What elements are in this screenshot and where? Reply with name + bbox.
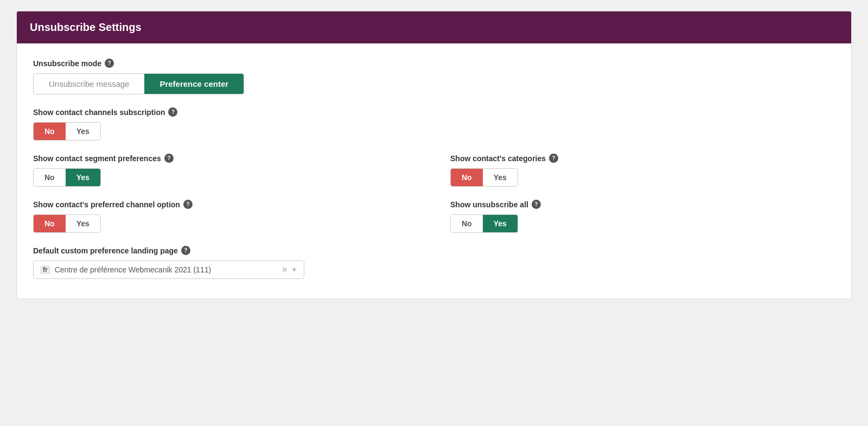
unsubscribe-mode-help-icon[interactable]: ? [105, 59, 114, 68]
dropdown-arrow-icon[interactable]: ▼ [291, 266, 297, 273]
show-segment-yes-btn[interactable]: Yes [66, 169, 100, 186]
clear-selection-icon[interactable]: ✕ [282, 265, 288, 274]
unsubscribe-mode-label: Unsubscribe mode ? [33, 59, 835, 68]
card-header: Unsubscribe Settings [17, 11, 851, 43]
page-title: Unsubscribe Settings [30, 21, 838, 34]
channel-unsubscribe-row: Show contact's preferred channel option … [33, 200, 835, 233]
show-preferred-channel-yes-btn[interactable]: Yes [66, 215, 100, 232]
show-unsubscribe-all-label: Show unsubscribe all ? [450, 200, 835, 209]
show-preferred-channel-field: Show contact's preferred channel option … [33, 200, 418, 233]
show-segment-toggle: No Yes [33, 168, 101, 187]
show-segment-label: Show contact segment preferences ? [33, 154, 418, 163]
show-preferred-channel-no-btn[interactable]: No [34, 215, 66, 232]
default-landing-page-label: Default custom preference landing page ? [33, 246, 835, 255]
card-body: Unsubscribe mode ? Unsubscribe message P… [17, 43, 851, 298]
show-channels-help-icon[interactable]: ? [168, 107, 177, 117]
show-segment-help-icon[interactable]: ? [164, 154, 174, 163]
segment-categories-row: Show contact segment preferences ? No Ye… [33, 154, 835, 187]
show-unsubscribe-all-no-btn[interactable]: No [451, 215, 483, 232]
show-categories-field: Show contact's categories ? No Yes [450, 154, 835, 187]
show-channels-toggle: No Yes [33, 122, 101, 141]
show-channels-label: Show contact channels subscription ? [33, 107, 835, 117]
show-channels-no-btn[interactable]: No [34, 123, 66, 140]
show-categories-yes-btn[interactable]: Yes [483, 169, 518, 186]
show-categories-label: Show contact's categories ? [450, 154, 835, 163]
landing-page-value: Centre de préférence Webmecanik 2021 (11… [55, 265, 282, 274]
settings-card: Unsubscribe Settings Unsubscribe mode ? … [16, 11, 852, 299]
show-preferred-channel-label: Show contact's preferred channel option … [33, 200, 418, 209]
show-unsubscribe-all-yes-btn[interactable]: Yes [483, 215, 518, 232]
show-unsubscribe-all-field: Show unsubscribe all ? No Yes [450, 200, 835, 233]
show-preferred-channel-help-icon[interactable]: ? [183, 200, 193, 209]
show-categories-toggle: No Yes [450, 168, 518, 187]
unsubscribe-mode-toggle: Unsubscribe message Preference center [33, 73, 244, 94]
show-unsubscribe-all-toggle: No Yes [450, 214, 518, 233]
language-badge: fr [40, 265, 50, 274]
show-segment-field: Show contact segment preferences ? No Ye… [33, 154, 418, 187]
unsubscribe-message-btn[interactable]: Unsubscribe message [34, 74, 144, 94]
show-categories-help-icon[interactable]: ? [549, 154, 558, 163]
show-preferred-channel-toggle: No Yes [33, 214, 101, 233]
show-segment-no-btn[interactable]: No [34, 169, 66, 186]
show-channels-yes-btn[interactable]: Yes [66, 123, 100, 140]
show-categories-no-btn[interactable]: No [451, 169, 483, 186]
preference-center-btn[interactable]: Preference center [144, 74, 244, 94]
default-landing-page-help-icon[interactable]: ? [181, 246, 190, 255]
default-landing-page-select[interactable]: fr Centre de préférence Webmecanik 2021 … [33, 260, 304, 279]
show-unsubscribe-all-help-icon[interactable]: ? [532, 200, 541, 209]
